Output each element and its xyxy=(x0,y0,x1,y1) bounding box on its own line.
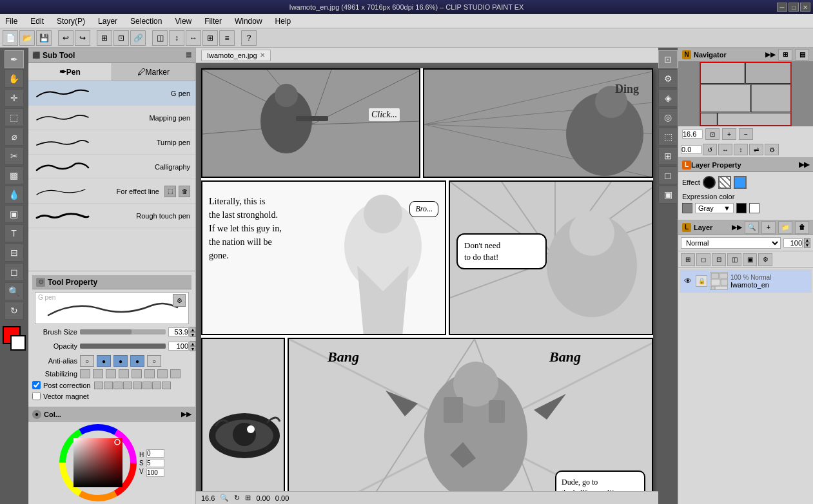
opacity-slider[interactable] xyxy=(80,344,166,349)
nav-rotation-input[interactable] xyxy=(681,145,701,154)
brush-item-calligraphy[interactable]: Calligraphy xyxy=(28,155,195,179)
menu-file[interactable]: File xyxy=(3,16,20,26)
toolbar-b2[interactable]: ↕ xyxy=(169,30,184,46)
vector-magnet-checkbox[interactable] xyxy=(32,392,41,400)
hsv-v-input[interactable] xyxy=(146,469,164,477)
layer-visibility-toggle[interactable]: 👁 xyxy=(683,276,693,286)
aa-option-0[interactable]: ○ xyxy=(80,355,94,367)
toolbar-select[interactable]: ⊡ xyxy=(113,30,129,46)
nav-btn-1[interactable]: ⊞ xyxy=(778,49,792,61)
layer-ctrl-1[interactable]: ⊞ xyxy=(681,253,695,266)
layer-ctrl-3[interactable]: ⊡ xyxy=(712,253,726,266)
postcorr-opt-3[interactable] xyxy=(113,382,122,389)
hsv-h-input[interactable] xyxy=(146,449,164,458)
toolbar-undo[interactable]: ↩ xyxy=(58,30,73,46)
brush-item-rough-touch[interactable]: Rough touch pen xyxy=(28,204,195,228)
aa-option-3[interactable]: ● xyxy=(130,355,144,367)
brush-delete-icon[interactable]: 🗑 xyxy=(179,186,190,197)
tool-gradient[interactable]: ▣ xyxy=(5,205,24,223)
aa-option-2[interactable]: ● xyxy=(113,355,128,367)
postcorr-opt-4[interactable] xyxy=(123,382,132,389)
minimize-button[interactable]: ─ xyxy=(777,3,787,12)
toolbar-transform[interactable]: ⊞ xyxy=(97,30,112,46)
tool-fill[interactable]: ▩ xyxy=(5,166,24,184)
stab-opt-3[interactable] xyxy=(106,369,116,378)
close-button[interactable]: ✕ xyxy=(800,3,810,12)
aa-option-1[interactable]: ● xyxy=(97,355,111,367)
tool-select[interactable]: ⬚ xyxy=(5,108,24,126)
brush-item-mapping-pen[interactable]: Mapping pen xyxy=(28,106,195,130)
menu-view[interactable]: View xyxy=(172,16,194,26)
menu-layer[interactable]: Layer xyxy=(95,16,120,26)
layer-opacity-up[interactable]: ▲ xyxy=(804,238,810,243)
layer-item-0[interactable]: 👁 🔒 xyxy=(680,269,812,293)
canvas-tab-file[interactable]: Iwamoto_en.jpg ✕ xyxy=(201,50,271,61)
opacity-up[interactable]: ▲ xyxy=(190,341,196,346)
canvas-content[interactable]: Click... Ding xyxy=(196,63,658,491)
background-color[interactable] xyxy=(10,335,26,351)
brush-size-slider[interactable] xyxy=(80,329,166,334)
effect-option-color[interactable] xyxy=(734,176,747,189)
stab-opt-6[interactable] xyxy=(144,369,155,378)
right-tool-6[interactable]: ⊞ xyxy=(658,147,678,165)
toolbar-b5[interactable]: ≡ xyxy=(219,30,235,46)
tool-pen[interactable]: ✒ xyxy=(5,50,24,68)
toolbar-help[interactable]: ? xyxy=(241,30,257,46)
hsv-s-input[interactable] xyxy=(146,459,164,467)
menu-selection[interactable]: Selection xyxy=(128,16,164,26)
canvas-tab-close[interactable]: ✕ xyxy=(260,52,265,59)
stab-opt-4[interactable] xyxy=(119,369,129,378)
postcorr-opt-1[interactable] xyxy=(94,382,103,389)
layer-ctrl-6[interactable]: ⚙ xyxy=(758,253,772,266)
tool-text[interactable]: T xyxy=(5,224,24,242)
layer-lock-icon[interactable]: 🔒 xyxy=(696,275,707,287)
nav-flip-h[interactable]: ↔ xyxy=(718,144,732,155)
toolbar-b3[interactable]: ↔ xyxy=(186,30,201,46)
sub-tool-menu[interactable]: ☰ xyxy=(186,52,191,59)
statusbar-zoom-icon[interactable]: 🔍 xyxy=(220,494,229,502)
layer-ctrl-2[interactable]: ◻ xyxy=(696,253,710,266)
maximize-button[interactable]: □ xyxy=(789,3,799,12)
blend-mode-select[interactable]: Normal Multiply Screen Overlay xyxy=(681,237,781,249)
right-tool-3[interactable]: ◈ xyxy=(658,89,678,107)
right-tool-7[interactable]: ◻ xyxy=(658,166,678,184)
stab-opt-5[interactable] xyxy=(132,369,142,378)
statusbar-rotate-icon[interactable]: ↻ xyxy=(234,494,240,502)
toolbar-open[interactable]: 📂 xyxy=(19,30,35,46)
layer-search-btn[interactable]: 🔍 xyxy=(745,221,759,234)
brush-size-up[interactable]: ▲ xyxy=(190,327,196,332)
effect-option-circle[interactable] xyxy=(703,176,716,189)
brush-move-icon[interactable]: ⬚ xyxy=(164,186,176,197)
toolbar-redo[interactable]: ↪ xyxy=(75,30,90,46)
tool-zoom[interactable]: 🔍 xyxy=(5,282,24,300)
nav-flip-v[interactable]: ↕ xyxy=(734,144,748,155)
postcorr-opt-7[interactable] xyxy=(152,382,161,389)
layer-panel-expand[interactable]: ▶▶ xyxy=(732,224,742,231)
postcorr-opt-5[interactable] xyxy=(133,382,142,389)
nav-zoom-input[interactable] xyxy=(682,130,703,139)
effect-option-dots[interactable] xyxy=(718,176,731,189)
layer-folder-btn[interactable]: 📁 xyxy=(778,221,792,234)
statusbar-fit-icon[interactable]: ⊞ xyxy=(245,494,251,502)
layer-opacity-down[interactable]: ▼ xyxy=(804,243,810,248)
layer-ctrl-5[interactable]: ▣ xyxy=(743,253,757,266)
menu-filter[interactable]: Filter xyxy=(202,16,224,26)
nav-preview[interactable] xyxy=(678,62,813,126)
tool-eyedrop[interactable]: 💧 xyxy=(5,186,24,204)
tool-move[interactable]: ✛ xyxy=(5,89,24,107)
menu-window[interactable]: Window xyxy=(232,16,265,26)
expr-color-dropdown[interactable]: Gray ▼ xyxy=(695,203,734,213)
postcorr-opt-6[interactable] xyxy=(142,382,152,389)
nav-zoom-fit[interactable]: ⊡ xyxy=(705,128,720,140)
brush-settings-icon[interactable]: ⚙ xyxy=(173,294,186,307)
toolbar-b1[interactable]: ◫ xyxy=(152,30,168,46)
toolbar-lasso[interactable]: 🔗 xyxy=(130,30,146,46)
brush-size-down[interactable]: ▼ xyxy=(190,332,196,337)
right-tool-1[interactable]: ⊡ xyxy=(658,50,678,68)
nav-zoom-in[interactable]: + xyxy=(722,128,736,140)
opacity-input[interactable] xyxy=(168,342,189,351)
nav-rotate-reset[interactable]: ↺ xyxy=(703,144,717,155)
menu-edit[interactable]: Edit xyxy=(28,16,46,26)
right-tool-5[interactable]: ⬚ xyxy=(658,128,678,146)
tab-pen[interactable]: ✒ Pen xyxy=(28,63,112,81)
